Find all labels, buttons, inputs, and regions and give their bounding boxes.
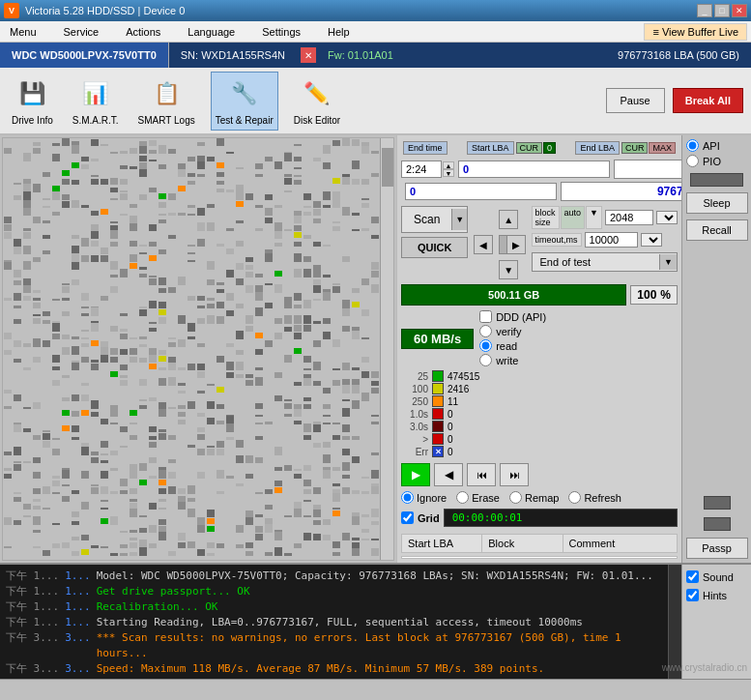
stat-label-25: 25 [401, 371, 428, 382]
stat-row-1s: 1.0s 0 [401, 408, 678, 420]
menu-settings[interactable]: Settings [256, 24, 306, 40]
maximize-button[interactable]: □ [714, 4, 730, 17]
stat-bar-1s [432, 408, 444, 420]
sleep-button[interactable]: Sleep [686, 192, 748, 214]
step-forward-button[interactable]: ⏭ [500, 463, 529, 486]
stat-row-250: 250 11 [401, 395, 678, 407]
api-label: API [703, 140, 720, 152]
menu-menu[interactable]: Menu [4, 24, 43, 40]
stat-bar-err: ✕ [432, 446, 444, 457]
log-num-3[interactable]: 1... [65, 599, 91, 615]
ddd-api-row: DDD (API) [479, 310, 546, 323]
smart-label: S.M.A.R.T. [72, 115, 119, 126]
zero-start: 0 [543, 142, 556, 154]
api-radio[interactable] [686, 139, 699, 152]
end-of-test-dropdown[interactable]: End of test ▼ [532, 252, 678, 272]
stat-bar-100 [432, 383, 444, 394]
time-down-button[interactable]: ▼ [443, 169, 454, 177]
nav-right-button[interactable]: ▶ [506, 235, 526, 254]
scrollbar-thumb[interactable] [382, 148, 393, 187]
device-tab[interactable]: WDC WD5000LPVX-75V0TT0 [0, 43, 169, 68]
status-bar [0, 679, 751, 700]
sound-checkbox[interactable] [686, 570, 699, 583]
ignore-radio[interactable] [401, 491, 414, 504]
menu-help[interactable]: Help [322, 24, 356, 40]
drive-info-label: Drive Info [12, 115, 53, 126]
timeout-input[interactable] [585, 232, 638, 248]
break-all-button[interactable]: Break All [673, 88, 743, 113]
pause-button[interactable]: Pause [606, 88, 665, 113]
rewind-button[interactable]: ◀ [434, 463, 463, 486]
close-button[interactable]: ✕ [732, 4, 747, 17]
scan-dropdown-arrow[interactable]: ▼ [451, 209, 467, 230]
table-header: Start LBA Block Comment [401, 534, 678, 553]
block-size-dropdown[interactable]: ▼ [586, 206, 602, 229]
scan-scrollbar[interactable] [380, 138, 393, 560]
timeout-select[interactable] [641, 233, 662, 247]
nav-down-button[interactable]: ▼ [499, 260, 518, 279]
log-time-5: 下午 3... [6, 630, 59, 661]
passp-button[interactable]: Passp [686, 538, 748, 559]
device-close-button[interactable]: ✕ [301, 47, 316, 63]
refresh-radio[interactable] [568, 491, 581, 504]
nav-left-button[interactable]: ◀ [474, 235, 493, 254]
quick-button[interactable]: QUICK [401, 237, 468, 258]
verify-radio[interactable] [479, 325, 492, 337]
stat-label-3s: 3.0s [401, 422, 428, 432]
sidebar-bar-1 [704, 496, 731, 510]
write-radio[interactable] [479, 354, 492, 366]
nav-up-button[interactable]: ▲ [499, 210, 518, 229]
stat-label-100: 100 [401, 384, 428, 394]
read-label: read [496, 340, 517, 352]
end-of-test-arrow[interactable]: ▼ [659, 254, 677, 270]
smart-logs-label: SMART Logs [138, 115, 195, 126]
current-end-lba-display[interactable] [561, 182, 681, 201]
grid-checkbox[interactable] [401, 511, 414, 524]
stat-bar-250 [432, 395, 444, 407]
smart-button[interactable]: 📊 S.M.A.R.T. [69, 73, 123, 130]
speed-display: 60 MB/s [401, 329, 474, 349]
log-num-5[interactable]: 3... [65, 630, 91, 661]
smart-logs-button[interactable]: 📋 SMART Logs [134, 73, 199, 130]
play-button[interactable]: ▶ [401, 463, 430, 486]
app-window: V Victoria 5.28 HDD/SSD | Device 0 _ □ ✕… [0, 0, 751, 700]
read-row: read [479, 339, 546, 352]
start-lba-input[interactable] [458, 160, 610, 178]
cur-max-end: CUR MAX [621, 142, 676, 154]
read-radio[interactable] [479, 339, 492, 352]
verify-label: verify [496, 326, 521, 337]
step-back-button[interactable]: ⏮ [467, 463, 496, 486]
disk-editor-button[interactable]: ✏️ Disk Editor [290, 73, 344, 130]
progress-percent: 100 [637, 288, 656, 302]
log-time-4: 下午 1... [6, 615, 59, 630]
block-size-input[interactable] [605, 210, 653, 225]
menu-service[interactable]: Service [58, 24, 105, 40]
pio-radio[interactable] [686, 155, 699, 167]
minimize-button[interactable]: _ [697, 4, 712, 17]
hints-checkbox[interactable] [686, 589, 699, 601]
time-input[interactable] [401, 160, 442, 178]
test-repair-button[interactable]: 🔧 Test & Repair [211, 72, 278, 131]
log-text-5: *** Scan results: no warnings, no errors… [97, 630, 662, 661]
ddd-api-checkbox[interactable] [479, 310, 492, 323]
erase-radio[interactable] [456, 491, 469, 504]
navigation-diamond: ▲ ◀ ▶ ▼ [474, 210, 525, 279]
recall-button[interactable]: Recall [686, 219, 748, 241]
menu-actions[interactable]: Actions [120, 24, 166, 40]
log-num-1[interactable]: 1... [65, 569, 91, 584]
log-line-3: 下午 1... 1... Recalibration... OK [6, 599, 662, 615]
drive-info-button[interactable]: 💾 Drive Info [8, 73, 57, 130]
menu-language[interactable]: Language [182, 24, 241, 40]
log-num-4[interactable]: 1... [65, 615, 91, 630]
log-num-6[interactable]: 3... [65, 661, 91, 677]
scan-button[interactable]: Scan ▼ [401, 206, 468, 233]
remap-radio[interactable] [509, 491, 522, 504]
block-size-select[interactable] [656, 211, 678, 224]
sound-label: Sound [703, 571, 734, 583]
current-lba-display[interactable] [405, 183, 557, 200]
end-lba-input[interactable] [614, 160, 681, 179]
view-buffer-button[interactable]: ≡ View Buffer Live [644, 23, 747, 41]
log-line-1: 下午 1... 1... Model: WDC WD5000LPVX-75V0T… [6, 569, 662, 584]
log-num-2[interactable]: 1... [65, 584, 91, 599]
time-up-button[interactable]: ▲ [443, 161, 454, 169]
